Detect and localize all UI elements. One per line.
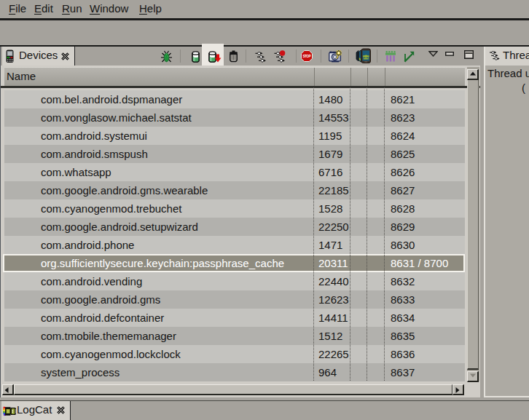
svg-text:STOP: STOP <box>303 55 311 58</box>
